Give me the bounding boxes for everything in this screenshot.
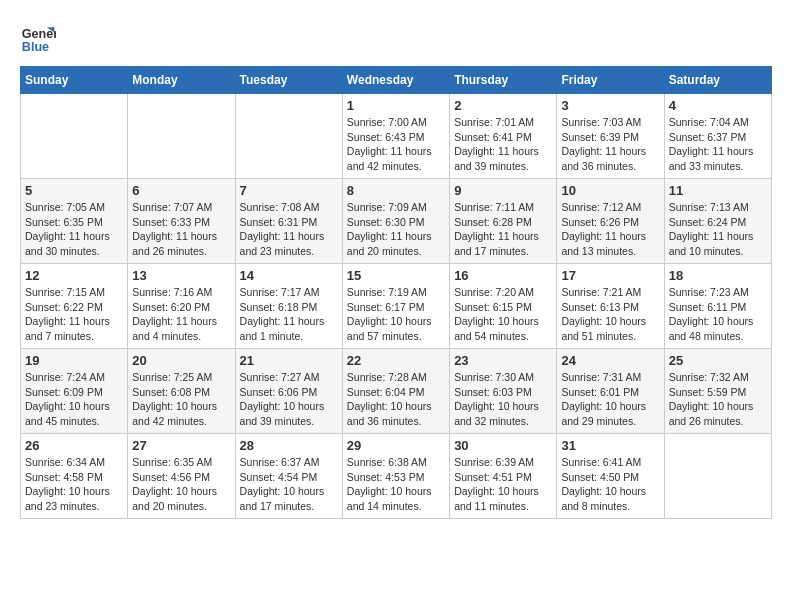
weekday-header: Friday (557, 67, 664, 94)
calendar-cell: 29Sunrise: 6:38 AM Sunset: 4:53 PM Dayli… (342, 434, 449, 519)
calendar-week-row: 1Sunrise: 7:00 AM Sunset: 6:43 PM Daylig… (21, 94, 772, 179)
day-number: 25 (669, 353, 767, 368)
day-info: Sunrise: 7:09 AM Sunset: 6:30 PM Dayligh… (347, 200, 445, 259)
day-number: 14 (240, 268, 338, 283)
calendar-cell: 31Sunrise: 6:41 AM Sunset: 4:50 PM Dayli… (557, 434, 664, 519)
calendar-cell: 16Sunrise: 7:20 AM Sunset: 6:15 PM Dayli… (450, 264, 557, 349)
calendar-week-row: 12Sunrise: 7:15 AM Sunset: 6:22 PM Dayli… (21, 264, 772, 349)
day-number: 11 (669, 183, 767, 198)
calendar-cell: 23Sunrise: 7:30 AM Sunset: 6:03 PM Dayli… (450, 349, 557, 434)
day-info: Sunrise: 7:27 AM Sunset: 6:06 PM Dayligh… (240, 370, 338, 429)
day-info: Sunrise: 7:12 AM Sunset: 6:26 PM Dayligh… (561, 200, 659, 259)
page-header: General Blue (20, 20, 772, 56)
day-number: 27 (132, 438, 230, 453)
day-info: Sunrise: 7:28 AM Sunset: 6:04 PM Dayligh… (347, 370, 445, 429)
calendar-cell: 25Sunrise: 7:32 AM Sunset: 5:59 PM Dayli… (664, 349, 771, 434)
calendar-cell: 9Sunrise: 7:11 AM Sunset: 6:28 PM Daylig… (450, 179, 557, 264)
day-info: Sunrise: 7:16 AM Sunset: 6:20 PM Dayligh… (132, 285, 230, 344)
day-number: 5 (25, 183, 123, 198)
calendar-cell: 11Sunrise: 7:13 AM Sunset: 6:24 PM Dayli… (664, 179, 771, 264)
day-number: 23 (454, 353, 552, 368)
calendar-cell (21, 94, 128, 179)
weekday-header: Saturday (664, 67, 771, 94)
calendar-cell: 20Sunrise: 7:25 AM Sunset: 6:08 PM Dayli… (128, 349, 235, 434)
calendar-header-row: SundayMondayTuesdayWednesdayThursdayFrid… (21, 67, 772, 94)
day-info: Sunrise: 7:03 AM Sunset: 6:39 PM Dayligh… (561, 115, 659, 174)
day-number: 31 (561, 438, 659, 453)
calendar-week-row: 26Sunrise: 6:34 AM Sunset: 4:58 PM Dayli… (21, 434, 772, 519)
day-number: 30 (454, 438, 552, 453)
day-info: Sunrise: 7:30 AM Sunset: 6:03 PM Dayligh… (454, 370, 552, 429)
day-number: 1 (347, 98, 445, 113)
weekday-header: Tuesday (235, 67, 342, 94)
day-number: 2 (454, 98, 552, 113)
day-number: 15 (347, 268, 445, 283)
day-number: 21 (240, 353, 338, 368)
day-info: Sunrise: 7:25 AM Sunset: 6:08 PM Dayligh… (132, 370, 230, 429)
svg-text:Blue: Blue (22, 40, 49, 54)
calendar-cell: 1Sunrise: 7:00 AM Sunset: 6:43 PM Daylig… (342, 94, 449, 179)
calendar-cell: 10Sunrise: 7:12 AM Sunset: 6:26 PM Dayli… (557, 179, 664, 264)
day-info: Sunrise: 7:24 AM Sunset: 6:09 PM Dayligh… (25, 370, 123, 429)
day-number: 29 (347, 438, 445, 453)
day-number: 22 (347, 353, 445, 368)
weekday-header: Sunday (21, 67, 128, 94)
calendar-cell (128, 94, 235, 179)
calendar-cell: 12Sunrise: 7:15 AM Sunset: 6:22 PM Dayli… (21, 264, 128, 349)
calendar-cell: 4Sunrise: 7:04 AM Sunset: 6:37 PM Daylig… (664, 94, 771, 179)
day-number: 3 (561, 98, 659, 113)
day-number: 10 (561, 183, 659, 198)
calendar-table: SundayMondayTuesdayWednesdayThursdayFrid… (20, 66, 772, 519)
calendar-cell: 14Sunrise: 7:17 AM Sunset: 6:18 PM Dayli… (235, 264, 342, 349)
day-info: Sunrise: 7:21 AM Sunset: 6:13 PM Dayligh… (561, 285, 659, 344)
logo-icon: General Blue (20, 20, 56, 56)
calendar-week-row: 5Sunrise: 7:05 AM Sunset: 6:35 PM Daylig… (21, 179, 772, 264)
day-number: 17 (561, 268, 659, 283)
day-number: 19 (25, 353, 123, 368)
day-number: 20 (132, 353, 230, 368)
day-info: Sunrise: 6:41 AM Sunset: 4:50 PM Dayligh… (561, 455, 659, 514)
day-info: Sunrise: 7:19 AM Sunset: 6:17 PM Dayligh… (347, 285, 445, 344)
calendar-cell: 2Sunrise: 7:01 AM Sunset: 6:41 PM Daylig… (450, 94, 557, 179)
day-info: Sunrise: 7:07 AM Sunset: 6:33 PM Dayligh… (132, 200, 230, 259)
calendar-cell: 3Sunrise: 7:03 AM Sunset: 6:39 PM Daylig… (557, 94, 664, 179)
day-info: Sunrise: 7:20 AM Sunset: 6:15 PM Dayligh… (454, 285, 552, 344)
calendar-cell: 30Sunrise: 6:39 AM Sunset: 4:51 PM Dayli… (450, 434, 557, 519)
calendar-cell: 21Sunrise: 7:27 AM Sunset: 6:06 PM Dayli… (235, 349, 342, 434)
day-info: Sunrise: 6:37 AM Sunset: 4:54 PM Dayligh… (240, 455, 338, 514)
day-info: Sunrise: 6:39 AM Sunset: 4:51 PM Dayligh… (454, 455, 552, 514)
day-number: 24 (561, 353, 659, 368)
calendar-cell: 27Sunrise: 6:35 AM Sunset: 4:56 PM Dayli… (128, 434, 235, 519)
day-info: Sunrise: 7:11 AM Sunset: 6:28 PM Dayligh… (454, 200, 552, 259)
day-number: 6 (132, 183, 230, 198)
calendar-cell: 7Sunrise: 7:08 AM Sunset: 6:31 PM Daylig… (235, 179, 342, 264)
day-number: 12 (25, 268, 123, 283)
calendar-cell: 18Sunrise: 7:23 AM Sunset: 6:11 PM Dayli… (664, 264, 771, 349)
calendar-cell (664, 434, 771, 519)
day-info: Sunrise: 7:31 AM Sunset: 6:01 PM Dayligh… (561, 370, 659, 429)
day-number: 26 (25, 438, 123, 453)
calendar-cell: 15Sunrise: 7:19 AM Sunset: 6:17 PM Dayli… (342, 264, 449, 349)
calendar-cell: 26Sunrise: 6:34 AM Sunset: 4:58 PM Dayli… (21, 434, 128, 519)
day-info: Sunrise: 6:38 AM Sunset: 4:53 PM Dayligh… (347, 455, 445, 514)
weekday-header: Wednesday (342, 67, 449, 94)
calendar-cell (235, 94, 342, 179)
logo: General Blue (20, 20, 62, 56)
day-info: Sunrise: 7:00 AM Sunset: 6:43 PM Dayligh… (347, 115, 445, 174)
day-number: 16 (454, 268, 552, 283)
weekday-header: Monday (128, 67, 235, 94)
day-number: 28 (240, 438, 338, 453)
calendar-cell: 13Sunrise: 7:16 AM Sunset: 6:20 PM Dayli… (128, 264, 235, 349)
day-info: Sunrise: 7:15 AM Sunset: 6:22 PM Dayligh… (25, 285, 123, 344)
day-number: 18 (669, 268, 767, 283)
day-number: 13 (132, 268, 230, 283)
day-info: Sunrise: 6:35 AM Sunset: 4:56 PM Dayligh… (132, 455, 230, 514)
day-number: 9 (454, 183, 552, 198)
calendar-cell: 6Sunrise: 7:07 AM Sunset: 6:33 PM Daylig… (128, 179, 235, 264)
day-number: 8 (347, 183, 445, 198)
calendar-cell: 8Sunrise: 7:09 AM Sunset: 6:30 PM Daylig… (342, 179, 449, 264)
day-info: Sunrise: 6:34 AM Sunset: 4:58 PM Dayligh… (25, 455, 123, 514)
day-info: Sunrise: 7:05 AM Sunset: 6:35 PM Dayligh… (25, 200, 123, 259)
day-info: Sunrise: 7:32 AM Sunset: 5:59 PM Dayligh… (669, 370, 767, 429)
day-info: Sunrise: 7:13 AM Sunset: 6:24 PM Dayligh… (669, 200, 767, 259)
